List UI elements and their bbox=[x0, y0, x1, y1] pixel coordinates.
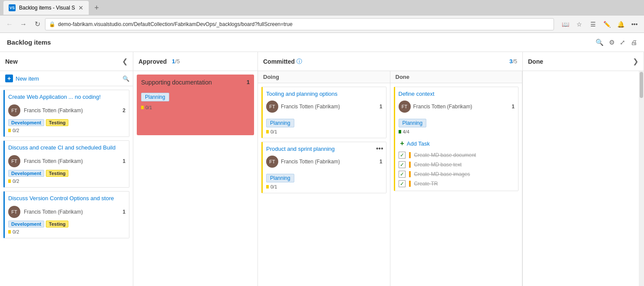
progress-bar-container: 0/2 bbox=[8, 179, 126, 184]
development-tag[interactable]: Development bbox=[8, 170, 44, 177]
new-column: New ❮ + New item 🔍 Create Web Applicatio… bbox=[0, 52, 133, 286]
task-item: ✓ Create TR bbox=[399, 180, 515, 187]
backlog-item-title: Discuss Version Control Options and stor… bbox=[8, 195, 126, 202]
development-tag[interactable]: Development bbox=[8, 119, 44, 126]
tab-bar: VS Backlog items - Visual S ✕ + bbox=[0, 0, 644, 16]
committed-count-total: 5 bbox=[514, 58, 517, 65]
approved-column-title: Approved bbox=[138, 58, 167, 65]
reader-view-button[interactable]: 📖 bbox=[559, 18, 571, 30]
approved-column: Approved 1/5 Supporting documentation 1 … bbox=[133, 52, 258, 286]
add-task-button[interactable]: + Add Task bbox=[399, 139, 515, 148]
progress-bar-container: 4/4 bbox=[399, 129, 515, 134]
browser-chrome: VS Backlog items - Visual S ✕ + ← → ↻ 🔒 … bbox=[0, 0, 644, 33]
planning-tag-label: Planning bbox=[141, 93, 169, 101]
kanban-card-footer: FT Francis Totten (Fabrikam) 1 bbox=[266, 101, 383, 113]
print-icon[interactable]: 🖨 bbox=[631, 39, 637, 46]
progress-text: 4/4 bbox=[403, 129, 409, 134]
task-bar bbox=[409, 162, 411, 168]
progress-text: 0/2 bbox=[13, 179, 19, 184]
new-tab-button[interactable]: + bbox=[90, 2, 103, 14]
planning-tag[interactable]: Planning bbox=[141, 89, 250, 101]
approved-card[interactable]: Supporting documentation 1 Planning 0/1 bbox=[137, 75, 254, 135]
kanban-card-footer: FT Francis Totten (Fabrikam) 1 bbox=[266, 156, 383, 168]
browser-controls: ← → ↻ 🔒 demo-fabrikam.visualstudio.com/D… bbox=[0, 16, 644, 33]
app-header-actions: 🔍 ⚙ ⤢ 🖨 bbox=[596, 39, 637, 46]
new-column-collapse-button[interactable]: ❮ bbox=[122, 57, 128, 65]
search-icon[interactable]: 🔍 bbox=[596, 39, 604, 46]
progress-bar-container: 0/2 bbox=[8, 128, 126, 133]
task-list: ✓ Create MD base document ✓ bbox=[399, 152, 515, 187]
approved-card-title: Supporting documentation bbox=[141, 79, 250, 86]
favorites-button[interactable]: ☆ bbox=[573, 18, 585, 30]
assigned-name: Francis Totten (Fabrikam) bbox=[281, 159, 377, 165]
task-label: Create TR bbox=[414, 181, 438, 187]
done-sub-column: Done Define context FT Francis Totten (F… bbox=[390, 71, 523, 286]
more-button[interactable]: ••• bbox=[628, 18, 641, 30]
progress-bar bbox=[8, 230, 11, 234]
active-tab[interactable]: VS Backlog items - Visual S ✕ bbox=[3, 1, 89, 15]
board-container: New ❮ + New item 🔍 Create Web Applicatio… bbox=[0, 52, 644, 286]
add-task-label: Add Task bbox=[407, 140, 430, 147]
backlog-item[interactable]: Discuss and create CI and scheduled Buil… bbox=[3, 140, 129, 188]
tools-button[interactable]: ✏️ bbox=[601, 18, 613, 30]
assigned-name: Francis Totten (Fabrikam) bbox=[24, 209, 119, 215]
done-column-collapse-button[interactable]: ❯ bbox=[633, 57, 638, 65]
task-checkbox[interactable]: ✓ bbox=[399, 171, 406, 178]
kanban-card[interactable]: ••• Product and sprint planning FT Franc… bbox=[261, 142, 386, 193]
back-button[interactable]: ← bbox=[3, 18, 16, 30]
backlog-item[interactable]: Discuss Version Control Options and stor… bbox=[3, 191, 129, 238]
fullscreen-icon[interactable]: ⤢ bbox=[620, 39, 625, 46]
scroll-thumb[interactable] bbox=[640, 72, 643, 98]
plus-green-icon: + bbox=[400, 140, 404, 147]
approved-count-current: 1 bbox=[172, 58, 175, 65]
tags: Development Testing bbox=[8, 170, 126, 177]
task-item: ✓ Create MD base images bbox=[399, 171, 515, 178]
hub-button[interactable]: ☰ bbox=[587, 18, 599, 30]
backlog-item-footer: FT Francis Totten (Fabrikam) 1 bbox=[8, 155, 126, 167]
card-menu-button[interactable]: ••• bbox=[376, 145, 383, 153]
progress-bar bbox=[266, 185, 269, 188]
browser-actions: 📖 ☆ ☰ ✏️ 🔔 ••• bbox=[559, 18, 641, 30]
avatar-placeholder: FT bbox=[266, 101, 278, 113]
testing-tag[interactable]: Testing bbox=[46, 119, 68, 126]
scrollbar[interactable] bbox=[639, 71, 644, 286]
app-container: Backlog items 🔍 ⚙ ⤢ 🖨 New ❮ + New item 🔍 bbox=[0, 33, 644, 286]
task-bar bbox=[409, 152, 411, 158]
progress-text: 0/1 bbox=[145, 105, 152, 110]
committed-column: Committed ⓘ 3/5 Doing Tooling and pl bbox=[258, 52, 523, 286]
progress-bar-green bbox=[399, 130, 401, 133]
backlog-item-footer: FT Francis Totten (Fabrikam) 1 bbox=[8, 206, 126, 218]
count-badge: 1 bbox=[122, 158, 126, 164]
backlog-item[interactable]: Create Web Application ... no coding! FT… bbox=[3, 90, 129, 137]
task-checkbox[interactable]: ✓ bbox=[399, 152, 406, 159]
task-checkbox[interactable]: ✓ bbox=[399, 180, 406, 187]
refresh-button[interactable]: ↻ bbox=[31, 18, 43, 30]
avatar: FT bbox=[266, 101, 278, 113]
search-new-column-button[interactable]: 🔍 bbox=[122, 75, 129, 82]
column-header-info: Committed ⓘ bbox=[263, 58, 302, 65]
committed-info-icon[interactable]: ⓘ bbox=[296, 58, 302, 65]
avatar: FT bbox=[266, 156, 278, 168]
new-column-title: New bbox=[5, 58, 18, 65]
new-column-header: New ❮ bbox=[0, 52, 133, 71]
address-bar[interactable]: 🔒 demo-fabrikam.visualstudio.com/Default… bbox=[45, 18, 554, 30]
committed-column-count: 3/5 bbox=[509, 58, 517, 65]
settings-icon[interactable]: ⚙ bbox=[609, 39, 615, 46]
progress-text: 0/2 bbox=[13, 229, 19, 234]
new-item-button[interactable]: + New item bbox=[3, 74, 41, 83]
notifications-button[interactable]: 🔔 bbox=[615, 18, 627, 30]
kanban-card[interactable]: Tooling and planning options FT Francis … bbox=[261, 87, 386, 138]
development-tag[interactable]: Development bbox=[8, 221, 44, 228]
task-item: ✓ Create MD base document bbox=[399, 152, 515, 159]
checkmark-icon: ✓ bbox=[400, 171, 404, 177]
done-card[interactable]: Define context FT Francis Totten (Fabrik… bbox=[394, 87, 519, 191]
assigned-name: Francis Totten (Fabrikam) bbox=[24, 158, 119, 164]
task-checkbox[interactable]: ✓ bbox=[399, 161, 406, 168]
avatar: FT bbox=[399, 101, 411, 113]
forward-button[interactable]: → bbox=[17, 18, 29, 30]
tab-close-button[interactable]: ✕ bbox=[78, 4, 84, 11]
testing-tag[interactable]: Testing bbox=[46, 170, 68, 177]
progress-text: 0/1 bbox=[270, 184, 277, 189]
backlog-item-title: Create Web Application ... no coding! bbox=[8, 94, 126, 101]
testing-tag[interactable]: Testing bbox=[46, 221, 68, 228]
